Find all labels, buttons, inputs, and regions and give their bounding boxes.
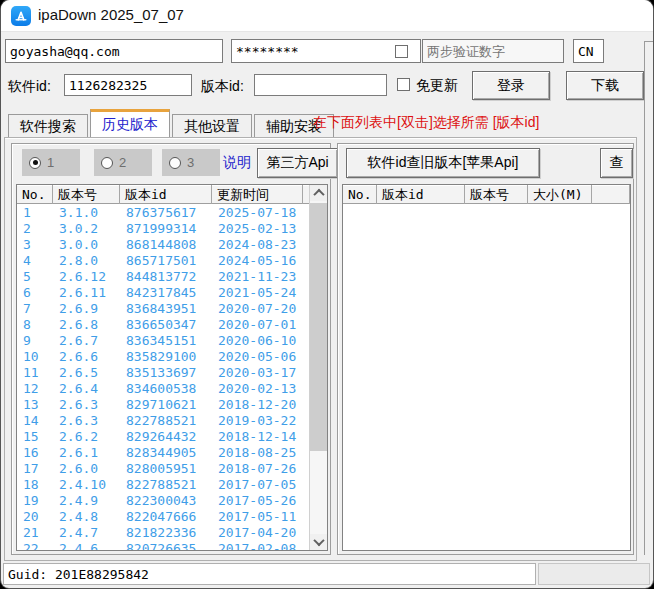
column-header-size[interactable]: 大小(M) <box>528 185 592 204</box>
column-header-update-time[interactable]: 更新时间 <box>212 185 303 204</box>
table-cell: 2020-06-10 <box>212 333 303 348</box>
table-row[interactable]: 112.6.58351336972020-03-17 <box>17 364 310 380</box>
tab-other-settings[interactable]: 其他设置 <box>172 114 252 138</box>
two-step-code-field[interactable] <box>422 39 564 63</box>
table-cell: 19 <box>17 493 53 508</box>
table-cell: 2017-07-05 <box>212 477 303 492</box>
table-cell: 2020-05-06 <box>212 349 303 364</box>
scroll-down-button[interactable] <box>310 534 327 550</box>
explain-link[interactable]: 说明 <box>223 154 251 172</box>
version-id-field[interactable] <box>254 74 387 96</box>
table-cell: 2 <box>17 221 53 236</box>
apple-api-group: 软件id查旧版本[苹果Api] 查 No. 版本id 版本号 大小(M) <box>337 143 634 555</box>
radio-1-icon <box>29 157 41 169</box>
region-field[interactable] <box>573 39 604 63</box>
download-button[interactable]: 下载 <box>566 71 644 100</box>
no-update-checkbox[interactable] <box>397 78 410 91</box>
column-header-version-id[interactable]: 版本id <box>377 185 465 204</box>
table-cell: 2.6.1 <box>53 445 120 460</box>
apple-listview: No. 版本id 版本号 大小(M) <box>342 184 631 551</box>
column-header-stub <box>592 185 630 204</box>
table-row[interactable]: 33.0.08681448082024-08-23 <box>17 236 310 252</box>
table-cell: 835829100 <box>120 349 212 364</box>
two-step-checkbox[interactable] <box>395 45 408 58</box>
table-row[interactable]: 142.6.38227885212019-03-22 <box>17 412 310 428</box>
table-row[interactable]: 72.6.98368439512020-07-20 <box>17 300 310 316</box>
table-cell: 844813772 <box>120 269 212 284</box>
login-button[interactable]: 登录 <box>472 71 550 100</box>
table-cell: 2.6.12 <box>53 269 120 284</box>
radio-3-icon <box>169 157 181 169</box>
table-row[interactable]: 92.6.78363451512020-06-10 <box>17 332 310 348</box>
radio-option-2[interactable]: 2 <box>94 149 152 176</box>
table-row[interactable]: 162.6.18283449052018-08-25 <box>17 444 310 460</box>
table-row[interactable]: 13.1.08763756172025-07-18 <box>17 204 310 220</box>
title-bar: ipaDown 2025_07_07 <box>1 0 653 32</box>
table-row[interactable]: 152.6.28292644322018-12-14 <box>17 428 310 444</box>
table-row[interactable]: 102.6.68358291002020-05-06 <box>17 348 310 364</box>
email-field[interactable] <box>5 39 223 63</box>
table-cell: 865717501 <box>120 253 212 268</box>
query-old-version-button[interactable]: 软件id查旧版本[苹果Api] <box>346 148 540 178</box>
table-cell: 2.6.2 <box>53 429 120 444</box>
table-cell: 2.8.0 <box>53 253 120 268</box>
scroll-down-icon <box>313 535 324 546</box>
table-row[interactable]: 192.4.98223000432017-05-26 <box>17 492 310 508</box>
table-cell: 829710621 <box>120 397 212 412</box>
table-row[interactable]: 23.0.28719993142025-02-13 <box>17 220 310 236</box>
table-cell: 17 <box>17 461 53 476</box>
tab-software-search[interactable]: 软件搜索 <box>8 114 88 138</box>
table-cell: 2017-04-20 <box>212 525 303 540</box>
table-cell: 2.6.3 <box>53 413 120 428</box>
table-row[interactable]: 132.6.38297106212018-12-20 <box>17 396 310 412</box>
table-cell: 13 <box>17 397 53 412</box>
table-cell: 836650347 <box>120 317 212 332</box>
password-field[interactable] <box>231 39 421 63</box>
table-cell: 828344905 <box>120 445 212 460</box>
table-row[interactable]: 212.4.78218223362017-04-20 <box>17 524 310 540</box>
window-title: ipaDown 2025_07_07 <box>38 6 184 23</box>
software-id-field[interactable] <box>64 74 192 96</box>
third-party-api-button[interactable]: 第三方Api <box>257 148 338 178</box>
radio-2-label: 2 <box>119 155 126 170</box>
table-cell: 14 <box>17 413 53 428</box>
radio-1-label: 1 <box>47 155 54 170</box>
table-cell: 2025-02-13 <box>212 221 303 236</box>
table-cell: 10 <box>17 349 53 364</box>
table-row[interactable]: 172.6.08280059512018-07-26 <box>17 460 310 476</box>
table-cell: 834600538 <box>120 381 212 396</box>
table-cell: 3 <box>17 237 53 252</box>
table-row[interactable]: 82.6.88366503472020-07-01 <box>17 316 310 332</box>
table-cell: 2017-05-26 <box>212 493 303 508</box>
column-header-version[interactable]: 版本号 <box>53 185 120 204</box>
column-header-no[interactable]: No. <box>343 185 377 204</box>
radio-option-1[interactable]: 1 <box>22 149 80 176</box>
history-rows: 13.1.08763756172025-07-1823.0.2871999314… <box>17 204 310 550</box>
table-row[interactable]: 62.6.118423178452021-05-24 <box>17 284 310 300</box>
table-row[interactable]: 52.6.128448137722021-11-23 <box>17 268 310 284</box>
scroll-up-button[interactable] <box>310 185 327 201</box>
scrollbar-thumb[interactable] <box>310 203 327 451</box>
table-row[interactable]: 182.4.108227885212017-07-05 <box>17 476 310 492</box>
tab-history-versions[interactable]: 历史版本 <box>90 109 170 138</box>
table-row[interactable]: 122.6.48346005382020-02-13 <box>17 380 310 396</box>
column-header-version[interactable]: 版本号 <box>465 185 528 204</box>
history-scrollbar[interactable] <box>309 185 327 550</box>
column-header-no[interactable]: No. <box>17 185 53 204</box>
check-button[interactable]: 查 <box>600 148 633 178</box>
radio-option-3[interactable]: 3 <box>162 149 220 176</box>
table-cell: 21 <box>17 525 53 540</box>
table-row[interactable]: 42.8.08657175012024-05-16 <box>17 252 310 268</box>
table-row[interactable]: 202.4.88220476662017-05-11 <box>17 508 310 524</box>
table-cell: 2.4.9 <box>53 493 120 508</box>
apple-rows <box>343 204 630 550</box>
table-cell: 829264432 <box>120 429 212 444</box>
table-cell: 2.6.0 <box>53 461 120 476</box>
table-cell: 2024-05-16 <box>212 253 303 268</box>
double-click-hint: 在下面列表中[双击]选择所需 [版本id] <box>313 114 539 132</box>
table-cell: 15 <box>17 429 53 444</box>
table-cell: 2.4.8 <box>53 509 120 524</box>
table-cell: 2.6.9 <box>53 301 120 316</box>
column-header-version-id[interactable]: 版本id <box>120 185 212 204</box>
table-row[interactable]: 222.4.68207266352017-02-08 <box>17 540 310 550</box>
